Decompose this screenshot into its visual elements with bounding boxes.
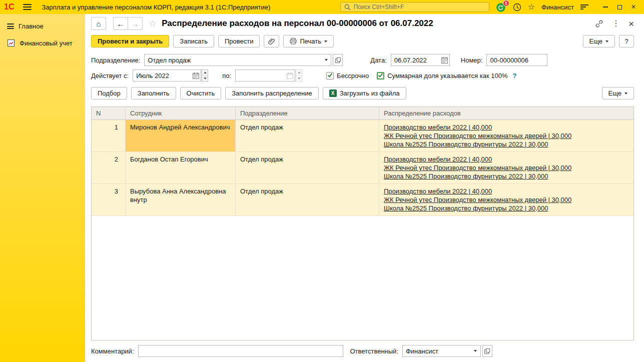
window-controls: ×: [599, 2, 640, 12]
post-and-close-button[interactable]: Провести и закрыть: [91, 35, 169, 48]
open-icon: [335, 58, 341, 63]
cell-allocations: Производство мебели 2022 | 40,000 ЖК Реч…: [379, 120, 633, 152]
responsible-field[interactable]: Финансист: [402, 345, 481, 357]
column-header-n[interactable]: N: [92, 107, 126, 120]
cell-allocations: Производство мебели 2022 | 40,000 ЖК Реч…: [379, 184, 633, 216]
valid-from-field[interactable]: Июль 2022: [133, 70, 201, 82]
close-form-icon[interactable]: ×: [628, 19, 634, 28]
history-icon[interactable]: [513, 3, 521, 12]
cell-n[interactable]: 1: [92, 120, 126, 152]
page-title: Распределение расходов на персонал 00-00…: [162, 18, 433, 28]
current-user[interactable]: Финансист: [541, 4, 574, 11]
table-row[interactable]: 3 Вырубова Анна Александровна внутр Отде…: [92, 184, 633, 216]
sidebar-item-main[interactable]: Главное: [0, 18, 85, 34]
cell-employee[interactable]: Миронов Андрей Александрович: [126, 120, 236, 152]
open-icon: [484, 348, 490, 354]
total-share-checkbox[interactable]: Суммарная доля указывается как 100%: [377, 72, 507, 80]
cell-n[interactable]: 2: [92, 152, 126, 184]
settings-icon[interactable]: [580, 4, 588, 10]
global-search-input[interactable]: Поиск Ctrl+Shift+F: [340, 2, 489, 12]
cell-employee[interactable]: Вырубова Анна Александровна внутр: [126, 184, 236, 216]
topbar-icons: 1 ☆ Финансист ×: [496, 2, 640, 12]
minimize-button[interactable]: [599, 2, 612, 12]
pick-button[interactable]: Подбор: [91, 87, 127, 100]
table-row[interactable]: 1 Миронов Андрей Александрович Отдел про…: [92, 120, 633, 152]
indefinite-checkbox[interactable]: Бессрочно: [326, 72, 369, 80]
forward-button[interactable]: →: [128, 17, 143, 30]
date-field[interactable]: 06.07.2022: [391, 54, 450, 66]
table-more-button[interactable]: Еще: [602, 87, 634, 100]
column-header-department[interactable]: Подразделение: [236, 107, 379, 120]
employees-table: N Сотрудник Подразделение Распределение …: [91, 106, 634, 340]
number-label: Номер:: [461, 56, 483, 64]
main-menu-icon[interactable]: [23, 4, 32, 10]
valid-to-label: по:: [222, 72, 231, 80]
open-department-button[interactable]: [333, 54, 343, 66]
document-window: ⌂ ← → ☆ Распределение расходов на персон…: [85, 14, 644, 362]
calendar-icon[interactable]: [191, 70, 201, 81]
refresh-icon: [498, 5, 503, 10]
cell-department[interactable]: Отдел продаж: [236, 120, 379, 152]
load-from-file-button[interactable]: X Загрузить из файла: [323, 87, 406, 100]
number-field[interactable]: 00-00000006: [486, 54, 547, 66]
toolbar-more-button[interactable]: Еще: [583, 35, 615, 48]
field-row-1: Подразделение: Отдел продаж Дата: 06.07.…: [85, 54, 644, 66]
total-share-help-icon[interactable]: ?: [512, 72, 516, 80]
cell-allocations: Производство мебели 2022 | 40,000 ЖК Реч…: [379, 152, 633, 184]
department-field[interactable]: Отдел продаж: [144, 54, 331, 66]
cell-department[interactable]: Отдел продаж: [236, 184, 379, 216]
write-button[interactable]: Записать: [173, 35, 214, 48]
allocation-link[interactable]: Производство мебели 2022 | 40,000: [384, 187, 629, 196]
close-window-button[interactable]: ×: [627, 2, 640, 12]
allocation-link[interactable]: Производство мебели 2022 | 40,000: [384, 123, 629, 132]
fill-distribution-button[interactable]: Заполнить распределение: [225, 87, 318, 100]
navigation-arrows: ← →: [113, 17, 143, 30]
cell-n[interactable]: 3: [92, 184, 126, 216]
get-link-icon[interactable]: [595, 20, 603, 28]
dropdown-icon[interactable]: [321, 54, 331, 66]
valid-to-stepper[interactable]: [296, 70, 302, 82]
cell-employee[interactable]: Богданов Остап Егорович: [126, 152, 236, 184]
calendar-icon[interactable]: [440, 54, 449, 66]
calendar-icon[interactable]: [285, 70, 295, 81]
cell-department[interactable]: Отдел продаж: [236, 152, 379, 184]
table-row[interactable]: 2 Богданов Остап Егорович Отдел продаж П…: [92, 152, 633, 184]
fill-button[interactable]: Заполнить: [131, 87, 176, 100]
clear-button[interactable]: Очистить: [180, 87, 222, 100]
department-label: Подразделение:: [91, 56, 140, 64]
comment-field[interactable]: [138, 345, 343, 357]
sidebar: Главное Финансовый учет: [0, 14, 85, 362]
attachments-button[interactable]: [264, 35, 279, 48]
finance-icon: [7, 39, 15, 47]
allocation-link[interactable]: ЖК Речной утес Производство межкомнатных…: [384, 164, 629, 172]
table-empty-area: [92, 216, 633, 340]
sidebar-item-finance[interactable]: Финансовый учет: [0, 34, 85, 52]
column-header-employee[interactable]: Сотрудник: [126, 107, 236, 120]
search-icon: [344, 4, 351, 10]
updates-icon[interactable]: 1: [496, 2, 506, 12]
allocation-link[interactable]: Школа №2525 Производство фурнитуры 2022 …: [384, 140, 629, 148]
post-button[interactable]: Провести: [218, 35, 260, 48]
allocation-link[interactable]: Производство мебели 2022 | 40,000: [384, 155, 629, 164]
back-button[interactable]: ←: [113, 17, 128, 30]
allocation-link[interactable]: ЖК Речной утес Производство межкомнатных…: [384, 132, 629, 140]
print-button[interactable]: Печать: [283, 35, 334, 48]
valid-from-stepper[interactable]: [202, 70, 208, 82]
valid-to-field[interactable]: [235, 70, 295, 82]
favorites-icon[interactable]: ☆: [528, 3, 535, 11]
help-button[interactable]: ?: [619, 35, 634, 48]
favorite-star-icon[interactable]: ☆: [149, 19, 157, 28]
excel-icon: X: [329, 90, 337, 97]
dropdown-icon[interactable]: [471, 346, 480, 356]
top-bar: 1С Зарплата и управление персоналом КОРП…: [0, 0, 644, 14]
allocation-link[interactable]: Школа №2525 Производство фурнитуры 2022 …: [384, 172, 629, 180]
allocation-link[interactable]: ЖК Речной утес Производство межкомнатных…: [384, 196, 629, 204]
more-menu-icon[interactable]: ⋮: [612, 20, 620, 28]
maximize-button[interactable]: [613, 2, 626, 12]
column-header-allocations[interactable]: Распределение расходов: [379, 107, 633, 120]
chevron-down-icon: [624, 92, 627, 94]
allocation-link[interactable]: Школа №2525 Производство фурнитуры 2022 …: [384, 204, 629, 212]
sections-icon: [7, 24, 14, 29]
home-button[interactable]: ⌂: [91, 17, 106, 30]
open-responsible-button[interactable]: [482, 345, 492, 357]
